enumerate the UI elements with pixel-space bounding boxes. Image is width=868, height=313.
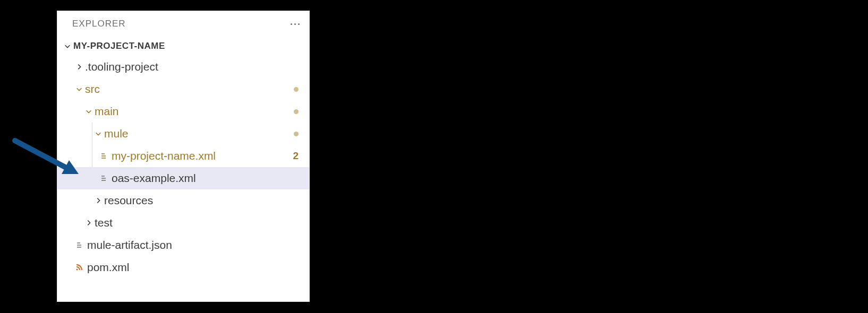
folder-label: mule bbox=[104, 127, 294, 140]
folder-main[interactable]: main bbox=[57, 100, 309, 123]
folder-label: .tooling-project bbox=[85, 60, 299, 73]
file-my-project-name-xml[interactable]: my-project-name.xml 2 bbox=[57, 145, 309, 167]
folder-mule[interactable]: mule bbox=[57, 123, 309, 145]
folder-tooling-project[interactable]: .tooling-project bbox=[57, 56, 309, 78]
file-label: oas-example.xml bbox=[112, 172, 299, 185]
folder-label: resources bbox=[104, 194, 299, 207]
folder-resources[interactable]: resources bbox=[57, 189, 309, 212]
folder-label: test bbox=[95, 216, 299, 229]
explorer-title: EXPLORER bbox=[72, 19, 288, 29]
workspace-root[interactable]: MY-PROJECT-NAME bbox=[57, 37, 309, 56]
svg-point-0 bbox=[76, 268, 78, 270]
folder-src[interactable]: src bbox=[57, 78, 309, 100]
chevron-right-icon bbox=[73, 63, 85, 71]
more-actions-icon[interactable] bbox=[288, 21, 302, 27]
file-label: my-project-name.xml bbox=[112, 150, 293, 162]
folder-test[interactable]: test bbox=[57, 212, 309, 234]
explorer-panel: EXPLORER MY-PROJECT-NAME .tooling-projec… bbox=[57, 11, 310, 302]
rss-icon bbox=[73, 263, 85, 272]
workspace-root-label: MY-PROJECT-NAME bbox=[73, 41, 165, 51]
folder-label: main bbox=[95, 105, 294, 118]
chevron-down-icon bbox=[73, 85, 85, 93]
git-change-count: 2 bbox=[293, 150, 299, 162]
git-modified-dot bbox=[294, 132, 299, 136]
file-icon bbox=[98, 152, 109, 160]
file-tree: .tooling-project src main mule bbox=[57, 56, 309, 279]
folder-label: src bbox=[85, 83, 294, 95]
git-modified-dot bbox=[294, 87, 299, 92]
chevron-down-icon bbox=[62, 42, 73, 50]
file-oas-example-xml[interactable]: oas-example.xml bbox=[57, 167, 309, 189]
explorer-header: EXPLORER bbox=[57, 11, 309, 37]
chevron-down-icon bbox=[92, 130, 104, 137]
chevron-right-icon bbox=[83, 219, 95, 227]
chevron-down-icon bbox=[83, 108, 95, 115]
file-label: pom.xml bbox=[87, 261, 299, 274]
file-icon bbox=[98, 174, 109, 182]
indent-guide bbox=[92, 123, 92, 167]
file-pom-xml[interactable]: pom.xml bbox=[57, 256, 309, 279]
git-modified-dot bbox=[294, 109, 299, 114]
chevron-right-icon bbox=[92, 197, 104, 204]
file-icon bbox=[73, 241, 85, 249]
file-mule-artifact-json[interactable]: mule-artifact.json bbox=[57, 234, 309, 256]
file-label: mule-artifact.json bbox=[87, 239, 299, 251]
